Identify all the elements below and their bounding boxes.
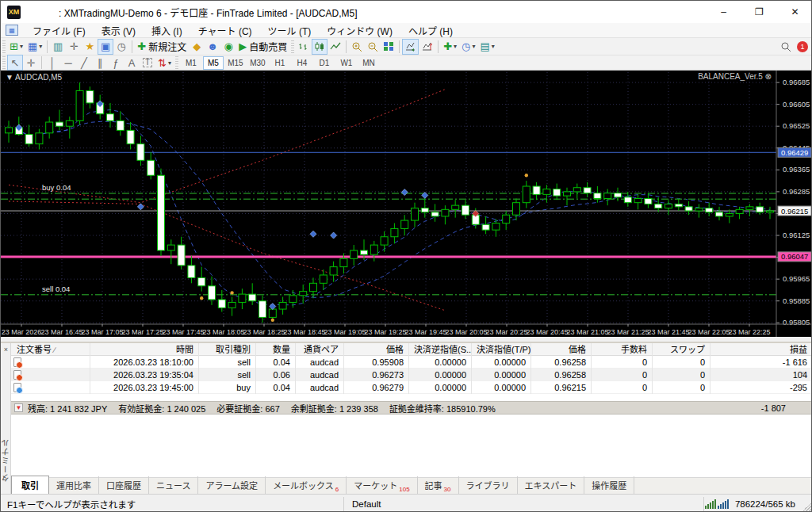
orders-table: 注文番号 ∕時間取引種別数量通貨ペア価格決済逆指値(S...決済指値(T/P)価… [11,343,812,394]
menu-item[interactable]: ツール (T) [260,22,320,39]
chevron-down-icon: ▾ [20,43,23,50]
balance-item: 有効証拠金: 1 240 025 [118,402,205,415]
standard-toolbar: ⊞▾ ▦▾ ▥ ✛ ★ ▣ ◷ ✚新規注文 ◆ ☻ ◉ ▶自動売買 ✚▾ ◷▾ … [1,38,812,55]
order-row[interactable]: 2026.03.23 19:45:00buy0.04audcad0.962790… [11,381,812,394]
trendline-button[interactable]: ╱ [76,55,92,71]
auto-trading-button[interactable]: ▶自動売買 [236,39,289,55]
close-button[interactable]: ✕ [777,1,812,23]
price-chart[interactable]: 0.966850.966050.965250.964450.963650.962… [1,71,812,337]
zoom-in-button[interactable] [349,39,365,55]
indicators-button[interactable]: ✚▾ [441,39,459,55]
zoom-out-icon [367,41,378,52]
status-profile[interactable]: Default [344,499,463,509]
terminal-panel-button[interactable]: ▣ [98,39,113,55]
timeframe-h4[interactable]: H4 [292,56,312,70]
signals-button[interactable]: ◉ [220,39,236,55]
chart-svg[interactable]: 0.966850.966050.965250.964450.963650.962… [1,71,812,337]
order-row[interactable]: 2026.03.23 19:35:04sell0.06audcad0.96273… [11,369,812,381]
market-watch-icon: ▥ [53,41,63,52]
tab-操作履歴[interactable]: 操作履歴 [584,476,634,494]
menu-item[interactable]: チャート (C) [190,22,260,39]
fibonacci-button[interactable]: ƒ [108,55,124,71]
order-row[interactable]: 2026.03.23 18:10:00sell0.04audcad0.95908… [11,356,812,369]
tab-メールボックス[interactable]: メールボックス6 [266,476,347,494]
cursor-button[interactable]: ↖ [7,55,23,71]
tab-アラーム設定[interactable]: アラーム設定 [198,476,266,494]
horizontal-line-button[interactable]: ─ [60,55,76,71]
line-chart-button[interactable] [327,39,343,55]
vertical-line-button[interactable]: │ [44,55,60,71]
timeframe-w1[interactable]: W1 [336,56,357,70]
bar-chart-button[interactable] [296,39,312,55]
svg-text:▼ AUDCAD,M5: ▼ AUDCAD,M5 [6,73,62,82]
balance-arrow-icon[interactable]: ▼ [14,403,23,412]
tab-エキスパート[interactable]: エキスパート [518,476,585,494]
periods-button[interactable]: ◷▾ [459,39,477,55]
new-order-button[interactable]: ✚新規注文 [135,39,189,55]
maximize-button[interactable]: ❐ [741,1,777,23]
profiles-button[interactable]: ▦▾ [25,39,44,55]
tab-ニュース[interactable]: ニュース [149,476,198,494]
timeframe-m30[interactable]: M30 [247,56,268,70]
terminal-close-icon[interactable]: × [2,345,10,353]
close-order-icon[interactable]: × [801,357,805,365]
navigator-button[interactable]: ★ [82,39,98,55]
svg-text:23 Mar 19:05: 23 Mar 19:05 [324,328,366,336]
menu-item[interactable]: 挿入 (I) [144,22,190,39]
auto-scroll-button[interactable] [402,39,419,55]
minimize-button[interactable]: – [706,1,741,23]
chevron-down-icon: ▾ [492,43,495,50]
terminal-tabs: 取引運用比率口座履歴ニュースアラーム設定メールボックス6マーケット105記事30… [11,477,812,494]
arrows-button[interactable]: ⇅▾ [155,55,174,71]
timeframe-mn[interactable]: MN [358,56,379,70]
templates-button[interactable]: ▤▾ [477,39,496,55]
chart-shift-button[interactable] [419,39,435,55]
tab-口座履歴[interactable]: 口座履歴 [99,476,149,494]
data-window-button[interactable]: ✛ [66,39,82,55]
text-button[interactable]: A [124,55,140,71]
community-button[interactable]: ☻ [205,39,220,55]
tab-マーケット[interactable]: マーケット105 [347,476,417,494]
timeframe-h1[interactable]: H1 [270,56,290,70]
tab-badge: 30 [444,486,451,493]
status-traffic: 786224/565 kb [704,499,812,509]
market-watch-button[interactable]: ▥ [50,39,66,55]
tab-運用比率[interactable]: 運用比率 [49,476,99,494]
new-chart-button[interactable]: ⊞▾ [7,39,25,55]
svg-text:0.96125: 0.96125 [783,231,810,239]
tab-記事[interactable]: 記事30 [418,476,459,494]
tile-windows-button[interactable] [381,39,396,55]
menu-item[interactable]: ヘルプ (H) [400,22,461,39]
tab-取引[interactable]: 取引 [11,476,49,494]
timeframe-m5[interactable]: M5 [203,56,224,70]
chart-window-icon[interactable]: ▦ [6,25,18,36]
tab-ライブラリ[interactable]: ライブラリ [459,476,518,494]
crosshair-button[interactable]: ✛ [23,55,39,71]
search-button[interactable] [778,39,794,55]
status-bar: F1キーでヘルプが表示されます Default 786224/565 kb [1,494,812,512]
menu-item[interactable]: ファイル (F) [25,22,94,39]
timeframe-m15[interactable]: M15 [225,56,246,70]
menu-item[interactable]: 表示 (V) [94,22,144,39]
resize-grip[interactable] [802,502,812,512]
close-order-icon[interactable]: × [801,382,805,390]
zoom-out-button[interactable] [365,39,381,55]
candlestick-button[interactable] [312,39,327,55]
text-label-button[interactable]: T [140,55,155,71]
svg-text:23 Mar 19:25: 23 Mar 19:25 [364,328,406,336]
timeframe-d1[interactable]: D1 [314,56,335,70]
close-order-icon[interactable]: × [801,369,805,377]
channel-button[interactable]: ∥ [92,55,108,71]
title-bar[interactable]: XM : XMTradingMU-Demo 6 - デモ口座 - FinTrad… [1,1,812,23]
svg-text:0.96685: 0.96685 [783,78,810,86]
timeframe-m1[interactable]: M1 [181,56,201,70]
menu-item[interactable]: ウィンドウ (W) [319,22,400,39]
autotrading-play-icon: ▶ [239,41,247,52]
mql-wallet-button[interactable]: ◆ [189,39,205,55]
notification-badge[interactable]: 1 [797,41,808,52]
chevron-down-icon: ▾ [39,43,42,50]
strategy-tester-button[interactable]: ◷ [113,39,129,55]
orders-table-header[interactable]: 注文番号 ∕時間取引種別数量通貨ペア価格決済逆指値(S...決済指値(T/P)価… [11,343,812,356]
svg-text:23 Mar 21:25: 23 Mar 21:25 [607,328,649,336]
text-icon: A [128,58,136,68]
